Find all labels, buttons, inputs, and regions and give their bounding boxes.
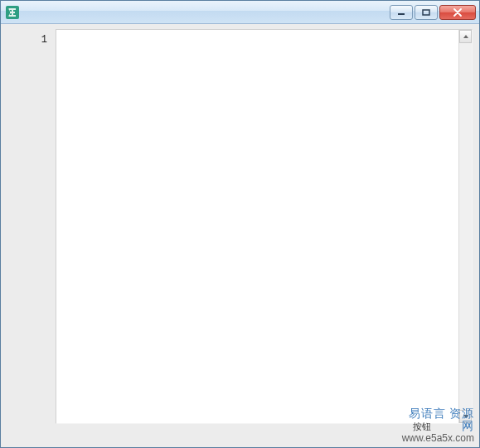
svg-rect-1 (398, 13, 405, 15)
client-area: 1 易语言 资源 网 按钮 www.e5a5x.com (1, 24, 479, 447)
code-editor[interactable] (56, 29, 473, 424)
app-icon (6, 6, 19, 19)
close-button[interactable] (439, 5, 476, 20)
scroll-down-button[interactable] (459, 410, 472, 423)
watermark-url: www.e5a5x.com (402, 433, 474, 444)
vertical-scrollbar[interactable] (458, 30, 472, 423)
scrollbar-track[interactable] (459, 43, 472, 410)
scroll-up-button[interactable] (459, 30, 472, 43)
svg-rect-2 (423, 10, 429, 15)
minimize-button[interactable] (390, 5, 413, 20)
action-button[interactable]: 按钮 (410, 421, 434, 432)
maximize-button[interactable] (415, 5, 438, 20)
line-number-gutter: 1 (7, 29, 56, 424)
titlebar[interactable] (1, 1, 479, 24)
line-number: 1 (7, 34, 47, 46)
window-controls (390, 5, 476, 20)
app-window: 1 易语言 资源 网 按钮 www.e5a5x.com (0, 0, 480, 448)
